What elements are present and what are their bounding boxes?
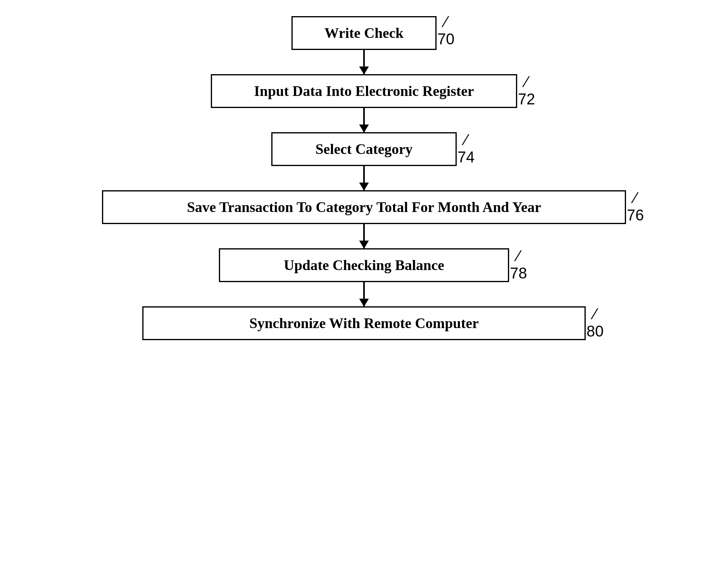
node-74: Select Category ⁄ 74 [271,132,457,166]
box-save-transaction: Save Transaction To Category Total For M… [102,190,626,224]
node-78-label: Update Checking Balance [284,257,444,274]
ref-72: ⁄ 72 [518,73,535,108]
arrow-76-78 [363,224,365,248]
arrow-70-72 [363,50,365,74]
arrow-72-74 [363,108,365,132]
box-update-balance: Update Checking Balance ⁄ 78 [219,248,509,282]
arrow-74-76 [363,166,365,190]
node-80: Synchronize With Remote Computer ⁄ 80 [142,306,586,340]
box-write-check: Write Check ⁄ 70 [291,16,437,50]
ref-78: ⁄ 78 [510,247,527,282]
node-78: Update Checking Balance ⁄ 78 [219,248,509,282]
node-74-label: Select Category [316,141,413,158]
ref-74: ⁄ 74 [458,131,474,166]
arrow-78-80 [363,282,365,306]
node-70: Write Check ⁄ 70 [291,16,437,50]
box-input-data: Input Data Into Electronic Register ⁄ 72 [211,74,517,108]
ref-80: ⁄ 80 [587,306,603,340]
node-76-label: Save Transaction To Category Total For M… [187,199,541,216]
ref-76: ⁄ 76 [627,189,644,224]
node-76: Save Transaction To Category Total For M… [102,190,626,224]
ref-70: ⁄ 70 [437,13,454,48]
node-72-label: Input Data Into Electronic Register [254,83,474,100]
flowchart-diagram: Write Check ⁄ 70 Input Data Into Electro… [0,0,728,584]
node-72: Input Data Into Electronic Register ⁄ 72 [211,74,517,108]
node-70-label: Write Check [324,25,404,42]
box-synchronize: Synchronize With Remote Computer ⁄ 80 [142,306,586,340]
box-select-category: Select Category ⁄ 74 [271,132,457,166]
node-80-label: Synchronize With Remote Computer [250,315,479,332]
